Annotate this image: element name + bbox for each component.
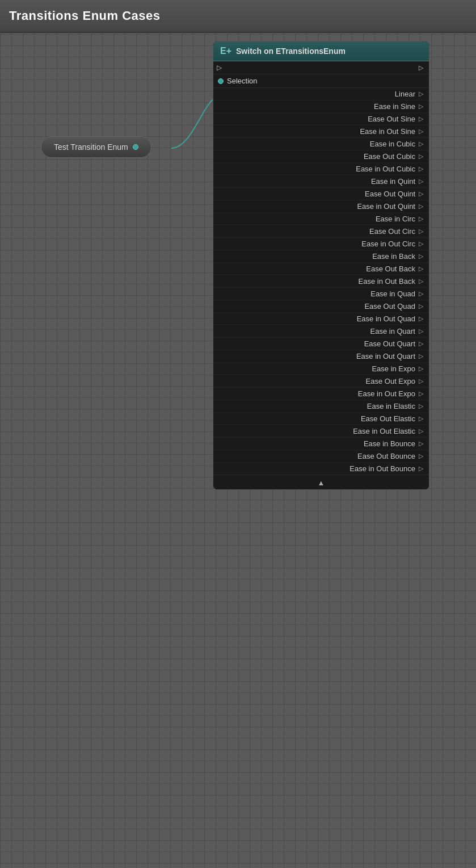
enum-row: Ease Out Quint ▷ (213, 188, 429, 200)
enum-output-pin[interactable]: ▷ (419, 115, 423, 123)
enum-label: Ease in Out Cubic (356, 165, 415, 173)
enum-label: Linear (395, 90, 415, 98)
enum-row: Ease Out Elastic ▷ (213, 413, 429, 425)
enum-label: Ease in Out Quint (357, 202, 415, 211)
enum-label: Ease Out Sine (368, 115, 415, 123)
enum-row: Ease in Cubic ▷ (213, 138, 429, 150)
enum-output-pin[interactable]: ▷ (419, 128, 423, 135)
enum-label: Ease Out Back (366, 265, 415, 273)
enum-label: Ease Out Bounce (357, 452, 415, 460)
enum-output-pin[interactable]: ▷ (419, 265, 423, 272)
enum-label: Ease Out Quad (364, 302, 415, 311)
enum-label: Ease Out Circ (369, 227, 415, 236)
enum-output-pin[interactable]: ▷ (419, 203, 423, 210)
enum-label: Ease in Out Back (359, 277, 415, 286)
enum-output-pin[interactable]: ▷ (419, 103, 423, 110)
enum-row: Ease in Out Quint ▷ (213, 200, 429, 213)
exec-input-pin[interactable]: ▷ (217, 64, 222, 72)
page-title: Transitions Enum Cases (9, 9, 161, 23)
switch-node-header: E+ Switch on ETransitionsEnum (213, 41, 429, 61)
selection-label: Selection (227, 77, 257, 85)
enum-output-pin[interactable]: ▷ (419, 427, 423, 435)
bottom-arrow-icon[interactable]: ▲ (318, 479, 325, 487)
enum-output-pin[interactable]: ▷ (419, 340, 423, 347)
enum-output-pin[interactable]: ▷ (419, 240, 423, 248)
enum-output-pin[interactable]: ▷ (419, 365, 423, 372)
switch-node-icon: E+ (220, 46, 231, 56)
enum-row: Ease in Out Quad ▷ (213, 313, 429, 325)
enum-row: Ease in Back ▷ (213, 250, 429, 263)
enum-label: Ease Out Expo (366, 377, 415, 385)
enum-output-pin[interactable]: ▷ (419, 253, 423, 260)
switch-node-title: Switch on ETransitionsEnum (236, 47, 346, 56)
enum-row: Ease in Out Bounce ▷ (213, 463, 429, 475)
enum-row: Ease Out Back ▷ (213, 263, 429, 275)
enum-row: Ease Out Quart ▷ (213, 338, 429, 350)
enum-row: Ease Out Quad ▷ (213, 300, 429, 313)
enum-output-pin[interactable]: ▷ (419, 440, 423, 447)
enum-label: Ease in Out Bounce (349, 464, 415, 473)
enum-label: Ease in Quart (370, 327, 416, 336)
enum-label: Ease Out Elastic (361, 414, 415, 423)
enum-row: Ease Out Sine ▷ (213, 113, 429, 125)
enum-output-pin[interactable]: ▷ (419, 165, 423, 173)
enum-output-pin[interactable]: ▷ (419, 415, 423, 422)
selection-pin[interactable] (218, 78, 224, 84)
enum-row: Ease in Out Sine ▷ (213, 125, 429, 138)
enum-output-pin[interactable]: ▷ (419, 378, 423, 385)
enum-label: Ease in Out Expo (358, 389, 415, 398)
switch-node: E+ Switch on ETransitionsEnum ▷ ▷ Select… (213, 41, 429, 490)
enum-row: Ease in Quart ▷ (213, 325, 429, 338)
enum-output-pin[interactable]: ▷ (419, 390, 423, 397)
enum-label: Ease in Out Quad (357, 315, 415, 323)
enum-row: Ease in Out Quart ▷ (213, 350, 429, 363)
test-transition-node[interactable]: Test Transition Enum (41, 136, 151, 158)
enum-output-pin[interactable]: ▷ (419, 140, 423, 148)
enum-label: Ease in Quint (371, 177, 415, 186)
exec-output-pin[interactable]: ▷ (419, 64, 423, 72)
enum-row: Ease in Sine ▷ (213, 100, 429, 113)
enum-row: Ease in Out Elastic ▷ (213, 425, 429, 438)
enum-row: Ease Out Bounce ▷ (213, 450, 429, 463)
enum-row: Ease Out Cubic ▷ (213, 150, 429, 163)
enum-output-pin[interactable]: ▷ (419, 465, 423, 472)
enum-output-pin[interactable]: ▷ (419, 153, 423, 160)
enum-output-pin[interactable]: ▷ (419, 178, 423, 185)
enum-row: Ease in Out Back ▷ (213, 275, 429, 288)
bottom-arrow-row[interactable]: ▲ (213, 475, 429, 489)
enum-label: Ease in Sine (374, 102, 415, 111)
enum-label: Ease in Expo (372, 364, 415, 373)
enum-row: Ease Out Circ ▷ (213, 225, 429, 238)
enum-output-pin[interactable]: ▷ (419, 353, 423, 360)
enum-row: Ease in Out Expo ▷ (213, 388, 429, 400)
test-node-label: Test Transition Enum (54, 142, 128, 152)
title-bar: Transitions Enum Cases (0, 0, 476, 33)
exec-row: ▷ ▷ (213, 61, 429, 74)
enum-label: Ease in Quad (370, 290, 415, 298)
enum-output-pin[interactable]: ▷ (419, 215, 423, 223)
enum-output-pin[interactable]: ▷ (419, 303, 423, 310)
enum-output-pin[interactable]: ▷ (419, 402, 423, 410)
enum-output-pin[interactable]: ▷ (419, 328, 423, 335)
enum-rows-container: Linear ▷ Ease in Sine ▷ Ease Out Sine ▷ … (213, 88, 429, 475)
enum-label: Ease in Out Elastic (353, 427, 415, 435)
enum-output-pin[interactable]: ▷ (419, 315, 423, 322)
enum-output-pin[interactable]: ▷ (419, 228, 423, 235)
enum-row: Linear ▷ (213, 88, 429, 100)
enum-output-pin[interactable]: ▷ (419, 290, 423, 297)
enum-row: Ease in Quad ▷ (213, 288, 429, 300)
enum-output-pin[interactable]: ▷ (419, 190, 423, 198)
test-node-output-pin[interactable] (133, 144, 138, 150)
enum-row: Ease in Out Circ ▷ (213, 238, 429, 250)
enum-output-pin[interactable]: ▷ (419, 452, 423, 460)
enum-label: Ease in Bounce (364, 439, 415, 448)
enum-output-pin[interactable]: ▷ (419, 278, 423, 285)
enum-label: Ease in Cubic (370, 140, 415, 148)
enum-output-pin[interactable]: ▷ (419, 90, 423, 98)
enum-label: Ease Out Cubic (364, 152, 415, 161)
enum-row: Ease in Bounce ▷ (213, 438, 429, 450)
selection-row: Selection (213, 74, 429, 88)
enum-label: Ease in Back (372, 252, 415, 261)
enum-label: Ease Out Quint (365, 190, 415, 198)
enum-label: Ease in Out Sine (360, 127, 415, 136)
